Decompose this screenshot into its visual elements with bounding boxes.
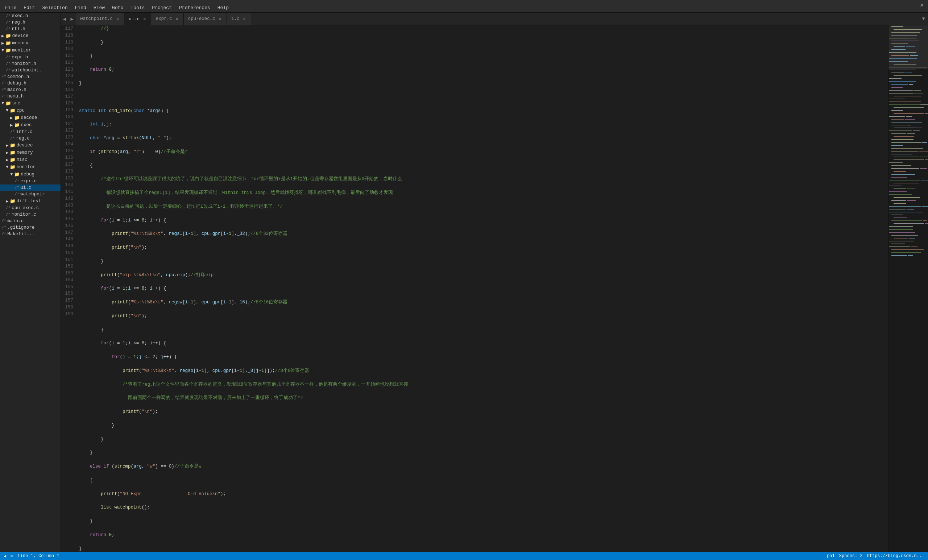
menu-item-goto[interactable]: Goto	[108, 4, 127, 12]
window-close-button[interactable]: ✕	[920, 2, 923, 9]
sidebar-item-debug[interactable]: ▼📁debug	[0, 171, 61, 178]
sidebar-item-main-c[interactable]: /*main.c	[0, 218, 61, 224]
menu-item-find[interactable]: Find	[72, 4, 90, 12]
sidebar-item-expr-c[interactable]: /*expr.c	[0, 178, 61, 185]
status-syntax: pa1	[827, 554, 835, 558]
line-numbers: 117118119120121 122123124125126 12712812…	[61, 25, 76, 552]
tab-expr-c[interactable]: expr.c ✕	[151, 13, 183, 25]
status-line-col: Line 1, Column 1	[17, 554, 59, 558]
tab-close-watchpoint-c[interactable]: ✕	[116, 16, 120, 22]
titlebar: ✕	[0, 0, 928, 3]
sidebar-item-intr-c[interactable]: /*intr.c	[0, 129, 61, 135]
sidebar-item-common-h[interactable]: /*common.h	[0, 73, 61, 80]
code-content[interactable]: //} } } return 0; } static int cmd_info(…	[76, 25, 888, 552]
tab-label-expr-c: expr.c	[156, 16, 172, 21]
tab-close-ui-c[interactable]: ✕	[142, 16, 147, 22]
tab-close-1-c[interactable]: ✕	[242, 16, 246, 22]
sidebar-item-cpu[interactable]: ▼📁cpu	[0, 107, 61, 114]
sidebar-item-reg-c[interactable]: /*reg.c	[0, 135, 61, 142]
sidebar-item-device[interactable]: ▶📁device	[0, 142, 61, 149]
sidebar-toggle-button[interactable]: ◀	[4, 554, 6, 559]
menu-item-tools[interactable]: Tools	[127, 4, 148, 12]
editor-area: ◀ ▶ watchpoint.c ✕ ui.c ✕ expr.c ✕ cpu-e…	[61, 13, 928, 552]
sidebar: /*exec.h /*reg.h /*rtl.h ▶📁device ▶📁memo…	[0, 13, 61, 552]
sidebar-item-diff-test[interactable]: ▶📁diff-test	[0, 198, 61, 205]
sidebar-item-monitor[interactable]: ▼📁monitor	[0, 163, 61, 171]
sidebar-item-reg-h[interactable]: /*reg.h	[0, 19, 61, 26]
sidebar-item-memory-top[interactable]: ▶📁memory	[0, 40, 61, 47]
sidebar-item-memory[interactable]: ▶📁memory	[0, 149, 61, 156]
tabbar: ◀ ▶ watchpoint.c ✕ ui.c ✕ expr.c ✕ cpu-e…	[61, 13, 928, 25]
minimap	[888, 25, 928, 552]
sidebar-item-monitor-c[interactable]: /*monitor.c	[0, 211, 61, 218]
code-editor: 117118119120121 122123124125126 12712812…	[61, 25, 928, 552]
tab-label-watchpoint-c: watchpoint.c	[80, 16, 113, 21]
tab-1-c[interactable]: 1.c ✕	[227, 13, 251, 25]
tab-nav-left[interactable]: ◀	[61, 16, 68, 22]
tab-nav-right[interactable]: ▶	[68, 16, 75, 22]
main-layout: /*exec.h /*reg.h /*rtl.h ▶📁device ▶📁memo…	[0, 13, 928, 552]
sidebar-item-debug-h[interactable]: /*debug.h	[0, 80, 61, 87]
tab-close-cpu-exec-c[interactable]: ✕	[218, 16, 222, 22]
statusbar-left: ◀ ⌨ Line 1, Column 1	[4, 554, 60, 559]
sidebar-item-decode[interactable]: ▶📁decode	[0, 114, 61, 121]
tab-ui-c[interactable]: ui.c ✕	[124, 13, 151, 25]
tab-close-expr-c[interactable]: ✕	[175, 16, 179, 22]
menu-item-help[interactable]: Help	[214, 4, 232, 12]
status-spaces: Spaces: 2	[839, 554, 863, 558]
sidebar-item-watchpoint-c[interactable]: /*watchpoir	[0, 191, 61, 198]
menubar: FileEditSelectionFindViewGotoToolsProjec…	[0, 3, 928, 13]
sidebar-item-expr-h[interactable]: /*expr.h	[0, 54, 61, 61]
sidebar-item-exec-h[interactable]: /*exec.h	[0, 13, 61, 19]
sidebar-item-macro-h[interactable]: /*macro.h	[0, 87, 61, 93]
sidebar-item-nemu-h[interactable]: /*nemu.h	[0, 93, 61, 100]
sidebar-item-device-top[interactable]: ▶📁device	[0, 32, 61, 40]
sidebar-item-makefile[interactable]: /*Makefil...	[0, 231, 61, 237]
sidebar-item-ui-c[interactable]: /*ui.c	[0, 185, 61, 191]
tab-list-button[interactable]: ▼	[922, 16, 928, 22]
sidebar-item-exec[interactable]: ▶📁exec	[0, 121, 61, 129]
keyboard-icon: ⌨	[11, 554, 13, 559]
sidebar-item-monitor-top[interactable]: ▼📁monitor	[0, 47, 61, 54]
menu-item-preferences[interactable]: Preferences	[176, 4, 214, 12]
menu-item-file[interactable]: File	[2, 4, 20, 12]
sidebar-item-gitignore[interactable]: /*.gitignore	[0, 224, 61, 231]
menu-item-project[interactable]: Project	[148, 4, 176, 12]
statusbar-right: pa1 Spaces: 2 https://blog.csdn.n...	[827, 554, 924, 558]
menu-item-selection[interactable]: Selection	[38, 4, 71, 12]
sidebar-item-src[interactable]: ▼📁src	[0, 100, 61, 107]
tab-cpu-exec-c[interactable]: cpu-exec.c ✕	[184, 13, 227, 25]
tab-label-1-c: 1.c	[231, 16, 240, 21]
sidebar-item-misc[interactable]: ▶📁misc	[0, 156, 61, 163]
tab-label-ui-c: ui.c	[129, 17, 140, 22]
sidebar-item-watchpoint-h[interactable]: /*watchpoint.	[0, 67, 61, 73]
status-link[interactable]: https://blog.csdn.n...	[867, 554, 924, 558]
menu-item-view[interactable]: View	[90, 4, 108, 12]
tab-label-cpu-exec-c: cpu-exec.c	[188, 16, 215, 21]
statusbar: ◀ ⌨ Line 1, Column 1 pa1 Spaces: 2 https…	[0, 552, 928, 560]
sidebar-item-cpu-exec-c[interactable]: /*cpu-exec.c	[0, 205, 61, 211]
sidebar-item-rtl-h[interactable]: /*rtl.h	[0, 26, 61, 32]
tab-watchpoint-c[interactable]: watchpoint.c ✕	[76, 13, 124, 25]
sidebar-item-monitor-h[interactable]: /*monitor.h	[0, 61, 61, 67]
menu-item-edit[interactable]: Edit	[20, 4, 38, 12]
